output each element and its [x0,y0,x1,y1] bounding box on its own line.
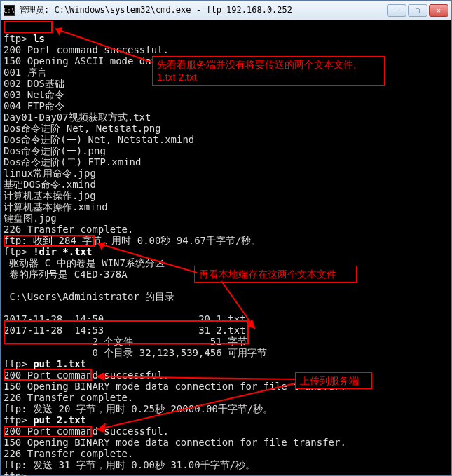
line: 003 Net命令 [4,89,64,100]
line: ftp: 发送 20 字节，用时 0.25秒 20000.00千字节/秒。 [4,403,273,414]
line: 150 Opening BINARY mode data connection … [4,437,346,448]
cmd-icon: C:\ [4,5,15,16]
line: 001 序言 [4,67,47,78]
line: Day01-Day07视频获取方式.txt [4,111,151,123]
prompt: ftp> put 1.txt [4,358,86,369]
line: 键盘图.jpg [4,212,57,224]
cmd-put1: put 1.txt [33,358,86,369]
line: 226 Transfer complete. [4,224,133,235]
titlebar[interactable]: C:\ 管理员: C:\Windows\system32\cmd.exe - f… [1,1,451,20]
prompt: ftp> put 2.txt [4,414,86,426]
line: 2017-11-28 14:53 31 2.txt [4,325,246,336]
line: 基础DOS命令.xmind [4,179,96,190]
prompt: ftp> ls [4,33,45,44]
line: 200 Port command successful. [4,369,169,381]
line: 226 Transfer complete. [4,448,133,459]
cmd-ls: ls [33,33,45,44]
prompt: ftp> [4,470,39,476]
line: 200 Port command successful. [4,426,169,437]
line: 驱动器 C 中的卷是 WIN7系统分区 [4,257,165,268]
maximize-button[interactable]: ▢ [408,4,427,17]
line: 卷的序列号是 C4ED-378A [4,268,128,280]
note-line: 1.txt 2.txt [157,71,380,83]
app-window: C:\ 管理员: C:\Windows\system32\cmd.exe - f… [0,0,452,476]
note-line: 再看本地端存在这两个文本文件 [199,268,336,280]
minimize-button[interactable]: — [387,4,406,17]
line: 2 个文件 51 字节 [4,336,247,347]
line: Dos命令进阶 Net, Netstat.png [4,123,161,134]
cmd-put2: put 2.txt [33,414,86,426]
line: 0 个目录 32,123,539,456 可用字节 [4,347,267,358]
line: 004 FTP命令 [4,100,64,111]
prompt: ftp> !dir *.txt [4,246,92,257]
line: 200 Port command successful. [4,44,169,55]
note-line: 上传到服务端 [300,375,359,386]
window-title: 管理员: C:\Windows\system32\cmd.exe - ftp 1… [19,4,387,16]
cmd-dir: !dir *.txt [33,246,92,257]
line: Dos命令进阶(一) Net, Netstat.xmind [4,134,194,145]
line: 002 DOS基础 [4,78,64,89]
line: ftp: 收到 284 字节，用时 0.00秒 94.67千字节/秒。 [4,235,261,246]
line: Dos命令进阶(一).png [4,145,106,156]
annotation-note-1: 先看看服务端并没有将要传送的两个文本文件, 1.txt 2.txt [152,56,385,86]
terminal-output[interactable]: ftp> ls 200 Port command successful. 150… [1,20,451,476]
line: 计算机基本操作.xmind [4,201,108,212]
line: 计算机基本操作.jpg [4,190,96,201]
line: C:\Users\Administrator 的目录 [4,291,174,302]
line: linux常用命令.jpg [4,168,96,179]
close-button[interactable]: ✕ [429,4,448,17]
annotation-note-3: 上传到服务端 [295,372,372,389]
note-line: 先看看服务端并没有将要传送的两个文本文件, [157,58,380,71]
line: Dos命令进阶(二) FTP.xmind [4,156,141,168]
line: 226 Transfer complete. [4,392,133,403]
annotation-note-2: 再看本地端存在这两个文本文件 [194,266,357,283]
line: ftp: 发送 31 字节，用时 0.00秒 31.00千字节/秒。 [4,459,255,470]
line: 2017-11-28 14:50 20 1.txt [4,313,246,325]
window-buttons: — ▢ ✕ [387,4,448,17]
